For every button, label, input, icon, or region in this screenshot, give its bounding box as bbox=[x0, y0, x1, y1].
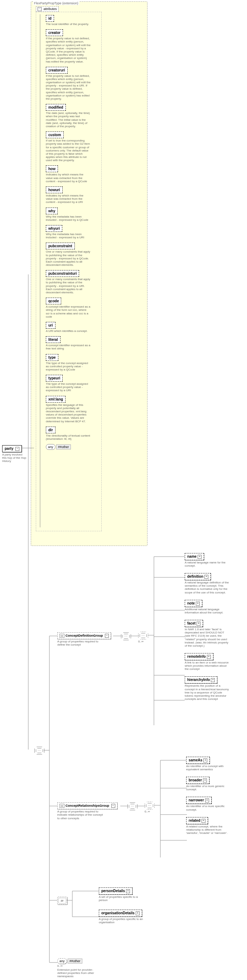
minus-icon: − bbox=[111, 804, 115, 808]
plus-icon: + bbox=[196, 601, 200, 606]
sequence-icon: ⋯ bbox=[121, 632, 131, 640]
minus-icon: − bbox=[15, 447, 19, 451]
plus-icon: + bbox=[136, 912, 140, 915]
concept-definition-group: ▭ConceptDefinitionGroup − bbox=[57, 632, 111, 639]
plus-icon: + bbox=[204, 575, 209, 579]
attr-id: id bbox=[46, 15, 54, 22]
plus-icon: + bbox=[202, 819, 205, 823]
organisationdetails-node: organisationDetails+ bbox=[99, 910, 142, 917]
attributes-box: − attributes bbox=[36, 6, 59, 12]
name-node: name+ bbox=[185, 553, 204, 560]
plus-icon: + bbox=[197, 555, 202, 559]
extension-label: FlexPartyPropType (extension) bbox=[33, 2, 79, 5]
plus-icon: + bbox=[126, 889, 130, 893]
choice-compositor: ⇄ bbox=[57, 897, 67, 905]
minus-icon: − bbox=[38, 7, 42, 11]
defn-sequence-unbounded: ⋯ 0..∞ bbox=[138, 632, 148, 643]
any-attr: any bbox=[46, 444, 56, 450]
any-element: any bbox=[57, 958, 67, 964]
other-tag: ##other bbox=[67, 959, 82, 964]
hierarchyinfo-node: hierarchyInfo+ bbox=[185, 676, 217, 684]
sequence-icon: ⋯ bbox=[144, 802, 155, 810]
sequence-icon: ⋯ bbox=[138, 632, 148, 640]
attr-creatoruri: creatoruri bbox=[46, 67, 67, 73]
rels-sequence: ⋯ bbox=[127, 802, 138, 810]
attr-qcode: qcode bbox=[46, 298, 61, 304]
broader-node: broader+ bbox=[186, 777, 209, 784]
note-node: note+ bbox=[185, 600, 202, 607]
group-icon: ▭ bbox=[59, 804, 64, 808]
party-desc: A party involved this hop of the Hop His… bbox=[2, 453, 27, 463]
plus-icon: + bbox=[203, 759, 207, 762]
attr-xmllang: xml:lang bbox=[46, 396, 66, 402]
choice-icon: ⇄ bbox=[57, 897, 67, 905]
rels-sequence-unbounded: ⋯ 0..∞ bbox=[144, 802, 155, 813]
plus-icon: + bbox=[205, 799, 209, 802]
plus-icon: + bbox=[211, 678, 215, 682]
party-node: party − bbox=[2, 445, 22, 452]
attr-uri: uri bbox=[46, 322, 56, 329]
attr-whyuri: whyuri bbox=[46, 225, 62, 232]
attr-how: how bbox=[46, 165, 58, 172]
sequence-icon: ⋯ bbox=[127, 802, 138, 810]
sequence-icon: ⋯ bbox=[34, 747, 44, 754]
group-icon: ▭ bbox=[59, 634, 64, 638]
other-tag: ##other bbox=[56, 444, 71, 449]
facet-node: facet+ bbox=[185, 620, 203, 627]
plus-icon: + bbox=[203, 778, 207, 783]
attr-howuri: howuri bbox=[46, 186, 63, 193]
attr-literal: literal bbox=[46, 336, 61, 343]
sameas-node: sameAs+ bbox=[186, 757, 210, 764]
concept-relationships-group: ▭ConceptRelationshipsGroup − bbox=[57, 802, 117, 809]
minus-icon: − bbox=[105, 634, 109, 638]
attr-dir: dir bbox=[46, 426, 56, 433]
attr-typeuri: typeuri bbox=[46, 375, 63, 382]
attr-modified: modified bbox=[46, 104, 66, 111]
narrower-node: narrower+ bbox=[186, 797, 212, 804]
remoteinfo-node: remoteInfo+ bbox=[185, 653, 213, 660]
definition-node: definition+ bbox=[185, 573, 211, 580]
attr-why: why bbox=[46, 208, 58, 214]
defn-sequence: ⋯ bbox=[121, 632, 131, 640]
attr-type: type bbox=[46, 354, 58, 361]
persondetails-node: personDetails+ bbox=[99, 888, 132, 895]
root-node-container: party − A party involved this hop of the… bbox=[2, 445, 27, 463]
attr-pubconstrainturi: pubconstrainturi bbox=[46, 270, 79, 277]
attributes-label: attributes bbox=[44, 7, 57, 11]
sequence-compositor: ⋯ bbox=[34, 747, 44, 754]
plus-icon: + bbox=[207, 655, 211, 659]
attr-pubconstraint: pubconstraint bbox=[46, 243, 75, 250]
party-label: party bbox=[5, 447, 13, 450]
plus-icon: + bbox=[197, 622, 200, 625]
attr-creator: creator bbox=[46, 29, 63, 36]
attr-custom: custom bbox=[46, 132, 64, 138]
related-node: related+ bbox=[186, 817, 208, 824]
